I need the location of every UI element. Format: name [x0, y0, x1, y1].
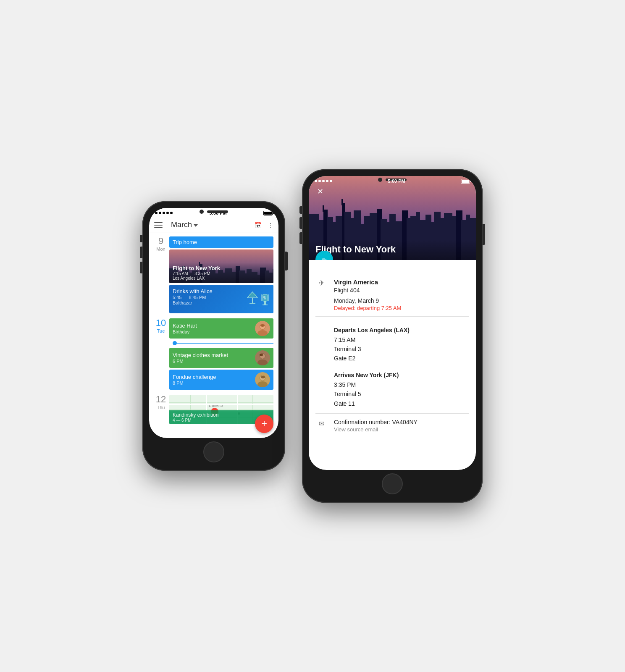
svg-rect-39: [264, 298, 266, 299]
arrives-terminal: Terminal 5: [334, 389, 469, 399]
event-detail-title: Flight to New York: [315, 244, 469, 255]
calendar-list: 9 Mon Trip home: [149, 233, 278, 438]
departs-gate: Gate E2: [334, 354, 469, 363]
confirmation-number: Confirmation number: VA404NY: [334, 419, 469, 425]
volume-up-right[interactable]: [299, 217, 302, 229]
vintage-avatar: [255, 350, 270, 365]
fondue-event[interactable]: Fondue challenge 8 PM: [169, 370, 273, 390]
camera: [200, 210, 204, 214]
arrives-label: Arrives New York (JFK): [334, 372, 469, 378]
flight-date: Monday, March 9: [334, 297, 469, 304]
signal-dots-right: [315, 180, 332, 182]
katie-hart-title: Katie Hart: [173, 323, 197, 329]
menu-icon[interactable]: [154, 222, 163, 228]
home-button-right[interactable]: [382, 473, 403, 494]
mail-icon-container: ✉: [315, 419, 327, 428]
battery-indicator: [263, 211, 273, 215]
add-event-fab[interactable]: +: [255, 415, 273, 433]
mail-icon: ✉: [319, 420, 324, 428]
drinks-event[interactable]: Drinks with Alice 5:45 — 8:45 PM Balthaz…: [169, 285, 273, 313]
flight-info-row: ✈ Virgin America Flight 404 Monday, Marc…: [315, 273, 469, 316]
detail-battery: [461, 179, 470, 184]
flight-details: Virgin America Flight 404 Monday, March …: [334, 278, 469, 311]
view-source-email-link[interactable]: View source email: [334, 426, 469, 433]
day-label-12: Thu: [157, 405, 165, 410]
flight-event[interactable]: Flight to New York 7:15 AM — 3:35 PM Los…: [169, 249, 273, 283]
svg-rect-34: [252, 298, 253, 303]
day-group-10: 10 Tue Katie Hart Birthday: [149, 315, 278, 391]
departs-time: 7:15 AM: [334, 335, 469, 344]
header-icons: 📅 ⋮: [255, 222, 273, 228]
svg-rect-63: [323, 205, 324, 212]
speaker: [207, 210, 228, 213]
day-label-10: Tue: [157, 328, 165, 333]
arrives-time: 3:35 PM: [334, 380, 469, 389]
right-phone: 5:00 PM: [302, 169, 483, 503]
close-button[interactable]: ✕: [314, 185, 326, 198]
more-icon[interactable]: ⋮: [268, 222, 273, 228]
current-time-indicator: [169, 340, 273, 346]
svg-point-58: [261, 376, 265, 378]
kandinsky-title: Kandinsky exhibition: [173, 412, 270, 418]
phone-top-bar: [200, 210, 228, 214]
katie-hart-subtitle: Birthday: [173, 329, 197, 334]
detail-content: ✈ Virgin America Flight 404 Monday, Marc…: [309, 260, 476, 470]
plane-icon-container: ✈: [315, 278, 327, 288]
day-row-10: 10 Tue Katie Hart Birthday: [149, 315, 278, 391]
mute-button[interactable]: [140, 235, 142, 242]
calendar-icon[interactable]: 📅: [255, 222, 262, 228]
edit-icon: ✏: [322, 256, 327, 260]
home-button[interactable]: [203, 441, 224, 462]
flight-event-title: Flight to New York: [173, 265, 270, 271]
flight-event-location: Los Angeles LAX: [173, 276, 270, 281]
left-phone: 5:00 PM March 📅 ⋮: [142, 201, 285, 471]
flight-number: Flight 404: [334, 286, 469, 295]
day-group-9: 9 Mon Trip home: [149, 233, 278, 315]
svg-point-36: [249, 293, 256, 297]
detail-status-time: 5:00 PM: [388, 178, 405, 184]
svg-point-53: [260, 354, 263, 356]
svg-point-48: [260, 324, 265, 327]
departs-terminal: Terminal 3: [334, 344, 469, 354]
calendar-title[interactable]: March: [171, 220, 255, 229]
flight-event-time: 7:15 AM — 3:35 PM: [173, 271, 270, 276]
departs-label: Departs Los Angeles (LAX): [334, 327, 469, 333]
delayed-status: Delayed: departing 7:25 AM: [334, 305, 469, 311]
day-number-12: 12: [152, 395, 169, 404]
calendar-header: March 📅 ⋮: [149, 217, 278, 233]
day-label-9: Mon: [156, 247, 165, 252]
day-row-9: 9 Mon Trip home: [149, 233, 278, 315]
confirmation-content: Confirmation number: VA404NY View source…: [334, 419, 469, 433]
confirmation-row: ✉ Confirmation number: VA404NY View sour…: [315, 414, 469, 438]
katie-hart-event[interactable]: Katie Hart Birthday: [169, 318, 273, 339]
vintage-market-event[interactable]: Vintage clothes market 6 PM: [169, 348, 273, 368]
volume-down-right[interactable]: [299, 232, 302, 244]
trip-home-event[interactable]: Trip home: [169, 236, 273, 248]
left-phone-screen: 5:00 PM March 📅 ⋮: [149, 208, 278, 438]
chevron-down-icon: [194, 224, 198, 227]
volume-down-button[interactable]: [140, 262, 142, 273]
volume-up-button[interactable]: [140, 247, 142, 258]
hero-image: 5:00 PM: [309, 176, 476, 260]
fondue-avatar: [255, 372, 270, 387]
arrives-gate: Gate 11: [334, 399, 469, 408]
drinks-decoration: [247, 291, 270, 307]
power-button[interactable]: [285, 252, 288, 270]
power-button-right[interactable]: [483, 224, 485, 245]
day-number-9: 9: [152, 236, 169, 246]
hero-overlay: Flight to New York: [309, 240, 476, 260]
svg-rect-41: [263, 304, 268, 305]
mute-button-right[interactable]: [299, 206, 302, 214]
plane-icon: ✈: [318, 278, 325, 288]
airline-name: Virgin America: [334, 278, 469, 286]
svg-rect-68: [341, 199, 343, 205]
vintage-title: Vintage clothes market: [173, 352, 228, 358]
svg-rect-35: [249, 303, 255, 304]
event-title: Trip home: [173, 239, 270, 245]
arrival-section: Arrives New York (JFK) 3:35 PM Terminal …: [315, 365, 469, 413]
signal-dots: [155, 212, 173, 214]
fondue-subtitle: 8 PM: [173, 381, 216, 386]
vintage-subtitle: 6 PM: [173, 359, 228, 364]
fondue-title: Fondue challenge: [173, 374, 216, 380]
day-10-events: Katie Hart Birthday: [169, 318, 275, 390]
